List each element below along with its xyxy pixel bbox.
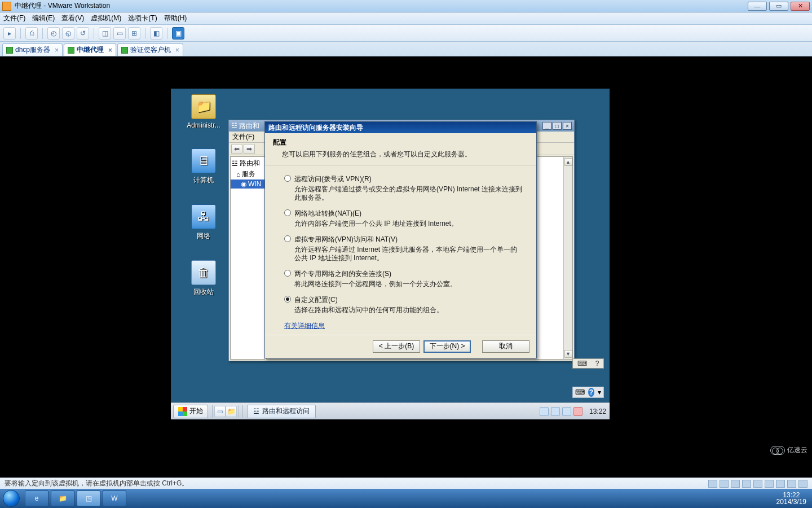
host-task-word-icon[interactable]: W — [103, 491, 126, 506]
wizard-titlebar[interactable]: 路由和远程访问服务器安装向导 — [265, 122, 536, 133]
quicklaunch-explorer-icon[interactable]: 📁 — [226, 406, 237, 417]
option-remote-access[interactable]: 远程访问(拨号或 VPN)(R) 允许远程客户端通过拨号或安全的虚拟专用网络(V… — [284, 174, 523, 202]
host-task-vmware-icon[interactable]: ◳ — [77, 491, 100, 506]
mmc-maximize-button[interactable]: □ — [553, 122, 562, 130]
vmware-toolbar: ▸ ⎙ ◴ ◵ ↺ ◫ ▭ ⊞ ◧ ▣ — [0, 25, 812, 42]
option-label: 自定义配置(C) — [294, 295, 338, 305]
status-device-icon[interactable] — [798, 480, 807, 488]
close-button[interactable]: ✕ — [791, 2, 810, 11]
guest-taskbar: 开始 ▭ 📁 ☳路由和远程访问 13:22 — [171, 402, 610, 419]
desktop-icon-admin[interactable]: 📁Administr... — [186, 94, 222, 129]
wizard-title-text: 路由和远程访问服务器安装向导 — [268, 123, 363, 133]
tree-win[interactable]: ◉WIN — [231, 179, 264, 189]
tb-snapshot-manage-icon[interactable]: ◵ — [62, 27, 74, 40]
mmc-forward-icon[interactable]: ➡ — [244, 144, 255, 154]
guest-info-bar[interactable]: ⌨?▾ — [572, 387, 604, 398]
guest-clock[interactable]: 13:22 — [586, 408, 610, 415]
tab-relay-agent[interactable]: 中继代理× — [64, 43, 116, 56]
tb-view1-icon[interactable]: ◫ — [99, 27, 111, 40]
host-clock[interactable]: 13:22 2014/3/19 — [771, 492, 812, 505]
tab-dhcp[interactable]: dhcp服务器× — [2, 43, 63, 56]
vm-icon — [121, 47, 128, 54]
menu-help[interactable]: 帮助(H) — [164, 14, 187, 23]
tray-shield-icon[interactable] — [562, 407, 571, 416]
status-device-icon[interactable] — [731, 480, 740, 488]
radio-on-icon[interactable] — [284, 296, 291, 303]
menu-edit[interactable]: 编辑(E) — [32, 14, 55, 23]
status-device-icon[interactable] — [787, 480, 796, 488]
tab-close-icon[interactable]: × — [108, 46, 112, 54]
tb-snapshot-icon[interactable]: ◴ — [47, 27, 60, 40]
menu-view[interactable]: 查看(V) — [61, 14, 84, 23]
guest-start-button[interactable]: 开始 — [173, 405, 208, 418]
desktop-icon-recycle[interactable]: 🗑回收站 — [186, 260, 222, 297]
host-task-ie-icon[interactable]: e — [25, 491, 48, 506]
tree-server[interactable]: ⌂服务 — [231, 169, 264, 179]
status-device-icon[interactable] — [753, 480, 762, 488]
status-device-icon[interactable] — [765, 480, 774, 488]
guest-language-bar[interactable]: ⌨? — [572, 358, 604, 369]
tab-client[interactable]: 验证使客户机× — [117, 43, 183, 56]
more-info-link[interactable]: 有关详细信息 — [284, 322, 325, 330]
tray-network-icon[interactable] — [551, 407, 560, 416]
tb-fullscreen-icon[interactable]: ▣ — [172, 27, 184, 40]
mmc-menu-file[interactable]: 文件(F) — [232, 132, 254, 142]
option-custom[interactable]: 自定义配置(C) 选择在路由和远程访问中的任何可用功能的组合。 — [284, 295, 523, 314]
menu-file[interactable]: 文件(F) — [3, 14, 25, 23]
next-button[interactable]: 下一步(N) > — [423, 340, 471, 353]
tray-alert-icon[interactable] — [573, 407, 582, 416]
status-device-icon[interactable] — [708, 480, 717, 488]
mmc-tree[interactable]: ☳路由和 ⌂服务 ◉WIN — [230, 156, 265, 360]
tab-close-icon[interactable]: × — [55, 46, 59, 54]
quicklaunch-desktop-icon[interactable]: ▭ — [214, 406, 226, 417]
menu-tabs[interactable]: 选项卡(T) — [128, 14, 157, 23]
tb-power-on-icon[interactable]: ▸ — [3, 27, 16, 40]
wizard-header: 配置 您可以启用下列服务的任意组合，或者您可以自定义此服务器。 — [265, 133, 536, 165]
tb-view2-icon[interactable]: ▭ — [113, 27, 126, 40]
status-device-icon[interactable] — [720, 480, 729, 488]
desktop-icon-computer[interactable]: 🖥计算机 — [186, 148, 222, 185]
tb-view3-icon[interactable]: ⊞ — [128, 27, 140, 40]
option-vpn-nat[interactable]: 虚拟专用网络(VPN)访问和 NAT(V) 允许远程客户端通过 Internet… — [284, 235, 523, 262]
vmware-titlebar: 中继代理 - VMware Workstation — ▭ ✕ — [0, 0, 812, 12]
radio-icon[interactable] — [284, 175, 291, 182]
chevron-down-icon[interactable]: ▾ — [598, 388, 601, 396]
scroll-up-icon[interactable]: ▲ — [564, 158, 572, 166]
mmc-minimize-button[interactable]: _ — [542, 122, 551, 130]
tray-icon[interactable] — [540, 407, 549, 416]
status-device-icon[interactable] — [776, 480, 785, 488]
tree-root[interactable]: ☳路由和 — [231, 158, 264, 169]
back-button[interactable]: < 上一步(B) — [373, 340, 420, 353]
scrollbar[interactable]: ▲ ▼ — [563, 157, 572, 359]
guest-desktop[interactable]: 📁Administr... 🖥计算机 🖧网络 🗑回收站 ☳ 路由和 _ □ × … — [171, 89, 610, 419]
scroll-down-icon[interactable]: ▼ — [564, 350, 572, 358]
desktop-icon-network[interactable]: 🖧网络 — [186, 204, 222, 241]
tab-close-icon[interactable]: × — [175, 46, 179, 54]
cancel-button[interactable]: 取消 — [482, 340, 529, 353]
mmc-close-button[interactable]: × — [563, 122, 572, 130]
mmc-back-icon[interactable]: ⬅ — [231, 144, 242, 154]
vmware-tabs: dhcp服务器× 中继代理× 验证使客户机× — [0, 42, 812, 56]
option-secure-conn[interactable]: 两个专用网络之间的安全连接(S) 将此网络连接到一个远程网络，例如一个分支办公室… — [284, 269, 523, 288]
status-device-icon[interactable] — [742, 480, 751, 488]
radio-icon[interactable] — [284, 235, 291, 242]
radio-icon[interactable] — [284, 209, 291, 216]
vm-display[interactable]: 📁Administr... 🖥计算机 🖧网络 🗑回收站 ☳ 路由和 _ □ × … — [0, 56, 812, 478]
radio-icon[interactable] — [284, 270, 291, 277]
host-start-button[interactable] — [0, 489, 23, 508]
option-nat[interactable]: 网络地址转换(NAT)(E) 允许内部客户端使用一个公共 IP 地址连接到 In… — [284, 209, 523, 228]
tb-usb-icon[interactable]: ⎙ — [25, 27, 38, 40]
menu-vm[interactable]: 虚拟机(M) — [91, 14, 121, 23]
minimize-button[interactable]: — — [748, 2, 767, 11]
keyboard-icon: ⌨ — [577, 360, 587, 367]
host-task-explorer-icon[interactable]: 📁 — [51, 491, 74, 506]
option-desc: 允许远程客户端通过 Internet 连接到此服务器，本地客户端使用一个单一的公… — [294, 246, 523, 262]
help-icon[interactable]: ? — [588, 388, 594, 397]
recycle-icon: 🗑 — [191, 260, 216, 285]
tb-revert-icon[interactable]: ↺ — [77, 27, 89, 40]
tb-unity-icon[interactable]: ◧ — [150, 27, 162, 40]
windows-logo-icon — [178, 407, 187, 416]
maximize-button[interactable]: ▭ — [769, 2, 788, 11]
taskbar-app-rras[interactable]: ☳路由和远程访问 — [247, 405, 316, 418]
start-label: 开始 — [189, 406, 203, 416]
